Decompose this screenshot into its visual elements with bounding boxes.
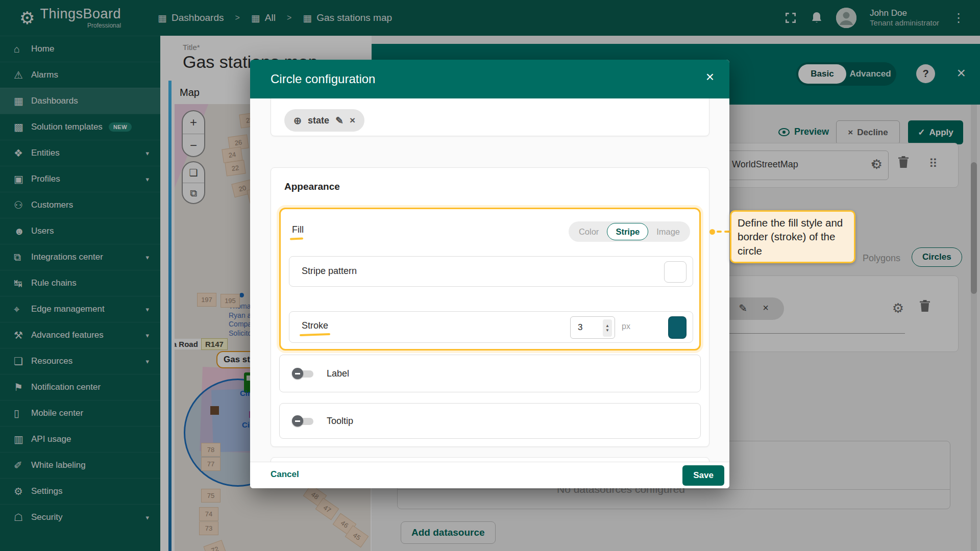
tutorial-annotation: Define the fill style and border (stroke…: [730, 210, 855, 263]
app-root: ⚙ ThingsBoard Professional ▦Dashboards>▦…: [0, 0, 980, 551]
behavior-card: Behavior: [271, 457, 709, 462]
fill-option-stripe[interactable]: Stripe: [607, 223, 648, 240]
function-icon: ⊕: [293, 115, 302, 127]
stroke-width-value: 3: [578, 322, 582, 333]
dialog-scroll-area: ⊕ state ✎ × Appearance Fill ColorStripeI…: [250, 98, 729, 462]
close-icon[interactable]: ×: [706, 70, 714, 84]
label-toggle-row: Label: [279, 355, 701, 392]
stroke-row: Stroke 3 ▲▼ px: [289, 311, 693, 343]
fill-type-segmented-control: ColorStripeImage: [569, 221, 690, 242]
cancel-button[interactable]: Cancel: [271, 469, 299, 480]
stroke-unit-label: px: [622, 322, 630, 331]
stepper-down-icon[interactable]: ▼: [605, 328, 609, 333]
remove-x-icon[interactable]: ×: [350, 115, 355, 126]
stripe-pattern-swatch[interactable]: [664, 261, 687, 283]
number-stepper[interactable]: ▲▼: [603, 319, 612, 337]
fill-label-wrap: Fill: [292, 224, 304, 235]
tooltip-toggle-row: Tooltip: [279, 403, 701, 439]
dialog-header: Circle configuration ×: [250, 60, 729, 98]
state-chip-label: state: [308, 115, 329, 126]
dialog-title: Circle configuration: [271, 72, 375, 86]
tutorial-highlight-box: Fill ColorStripeImage Stripe pattern Str…: [279, 208, 701, 350]
annotation-connector-dot: [709, 229, 715, 235]
fill-option-color[interactable]: Color: [571, 223, 607, 240]
state-chip[interactable]: ⊕ state ✎ ×: [284, 109, 364, 132]
fill-option-image[interactable]: Image: [648, 223, 688, 240]
save-button[interactable]: Save: [682, 465, 724, 486]
stripe-pattern-label: Stripe pattern: [302, 266, 357, 277]
annotation-connector-line: [717, 231, 722, 233]
stroke-width-input[interactable]: 3 ▲▼: [570, 316, 615, 339]
tooltip-toggle[interactable]: [292, 415, 313, 427]
stepper-up-icon[interactable]: ▲: [605, 323, 609, 328]
stripe-pattern-row: Stripe pattern: [289, 256, 693, 287]
stroke-label: Stroke: [302, 320, 328, 331]
stroke-color-swatch[interactable]: [668, 316, 687, 339]
fill-label: Fill: [292, 224, 304, 235]
edit-pencil-icon[interactable]: ✎: [335, 115, 344, 127]
label-toggle[interactable]: [292, 368, 313, 379]
tooltip-toggle-text: Tooltip: [327, 416, 353, 427]
label-toggle-text: Label: [327, 368, 349, 379]
appearance-heading: Appearance: [284, 181, 340, 192]
appearance-card: Appearance Fill ColorStripeImage Stripe …: [271, 167, 709, 447]
stroke-label-wrap: Stroke: [302, 320, 328, 331]
datakey-summary-card: ⊕ state ✎ ×: [271, 98, 709, 136]
circle-configuration-dialog: ⊕ state ✎ × Appearance Fill ColorStripeI…: [250, 60, 729, 488]
dialog-footer: Cancel Save: [250, 462, 729, 488]
